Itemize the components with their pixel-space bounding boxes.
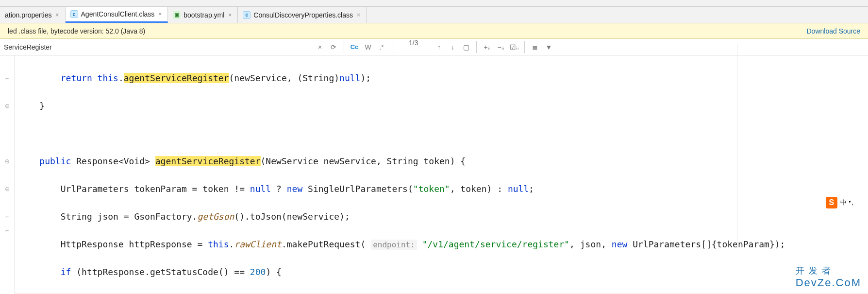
fold-icon[interactable]: ⊖: [0, 99, 14, 113]
gutter: ⌐ ⊖ ⊖ ⊖ ⌐ ⌐: [0, 55, 15, 294]
clear-search-icon[interactable]: ×: [314, 41, 326, 53]
tab-label: ation.properties: [5, 11, 52, 19]
ime-text: 中 ꞏ,: [840, 198, 853, 207]
tab-agent-consul-client[interactable]: c AgentConsulClient.class ×: [66, 7, 168, 23]
tab-properties[interactable]: ation.properties ×: [0, 7, 66, 23]
close-icon[interactable]: ×: [157, 11, 163, 17]
fold-end-icon[interactable]: ⌐: [0, 71, 14, 86]
ime-indicator[interactable]: S 中 ꞏ,: [826, 197, 853, 208]
code-area[interactable]: return this.agentServiceRegister(newServ…: [15, 55, 868, 294]
editor-tab-bar: ation.properties × c AgentConsulClient.c…: [0, 7, 868, 23]
add-selection-icon[interactable]: +ᵢᵢ: [481, 41, 493, 53]
watermark: 开 发 者 DevZe.CoM: [796, 265, 861, 289]
next-match-icon[interactable]: ↓: [446, 41, 459, 53]
prev-match-icon[interactable]: ↑: [433, 41, 445, 53]
fold-icon[interactable]: ⊖: [0, 182, 14, 196]
match-case-button[interactable]: Cc: [348, 41, 361, 53]
tab-label: bootstrap.yml: [184, 11, 224, 19]
divider: [524, 41, 525, 53]
tab-bootstrap-yml[interactable]: ▣ bootstrap.yml ×: [168, 7, 238, 23]
fold-icon[interactable]: ⊖: [0, 155, 14, 169]
editor: ⌐ ⊖ ⊖ ⊖ ⌐ ⌐ return this.agentServiceRegi…: [0, 55, 868, 294]
tab-label: ConsulDiscoveryProperties.class: [253, 11, 353, 19]
filter-icon[interactable]: ▼: [542, 41, 555, 53]
banner-text: led .class file, bytecode version: 52.0 …: [8, 27, 145, 35]
select-occurrences-icon[interactable]: ☑ᵢᵢ: [508, 41, 520, 53]
whole-word-button[interactable]: W: [362, 41, 374, 53]
divider: [344, 41, 344, 53]
divider: [394, 41, 394, 53]
tab-label: AgentConsulClient.class: [81, 10, 155, 18]
decompiled-banner: led .class file, bytecode version: 52.0 …: [0, 23, 868, 39]
close-icon[interactable]: ×: [227, 12, 233, 18]
close-icon[interactable]: ×: [55, 12, 60, 18]
match-count: 1/3: [397, 39, 430, 55]
divider: [476, 41, 477, 53]
pin-icon[interactable]: ⟳: [327, 41, 340, 53]
remove-selection-icon[interactable]: −ᵢᵢ: [494, 41, 507, 53]
sogou-icon: S: [826, 197, 837, 208]
breadcrumb-strip: [0, 0, 868, 7]
download-source-link[interactable]: Download Source: [806, 27, 860, 35]
fold-end-icon[interactable]: ⌐: [0, 210, 14, 224]
regex-button[interactable]: .*: [375, 41, 388, 53]
close-icon[interactable]: ×: [356, 12, 361, 18]
settings-icon[interactable]: ≣: [529, 41, 541, 53]
select-all-icon[interactable]: ▢: [460, 41, 472, 53]
class-file-icon: c: [243, 11, 250, 19]
yml-file-icon: ▣: [173, 11, 181, 19]
tab-consul-discovery-properties[interactable]: c ConsulDiscoveryProperties.class ×: [238, 7, 367, 23]
fold-end-icon[interactable]: ⌐: [0, 224, 14, 238]
class-file-icon: c: [70, 10, 78, 18]
search-input[interactable]: [0, 39, 311, 55]
find-bar: × ⟳ Cc W .* 1/3 ↑ ↓ ▢ +ᵢᵢ −ᵢᵢ ☑ᵢᵢ ≣ ▼: [0, 39, 868, 55]
fold-icon[interactable]: [0, 57, 14, 71]
